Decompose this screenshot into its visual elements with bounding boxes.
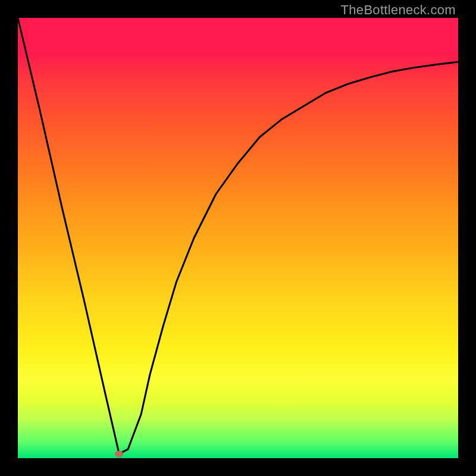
plot-area — [18, 18, 458, 458]
watermark-label: TheBottleneck.com — [341, 2, 456, 18]
bottleneck-curve — [18, 18, 458, 458]
optimum-marker — [115, 450, 123, 457]
chart-frame: TheBottleneck.com — [0, 0, 476, 476]
